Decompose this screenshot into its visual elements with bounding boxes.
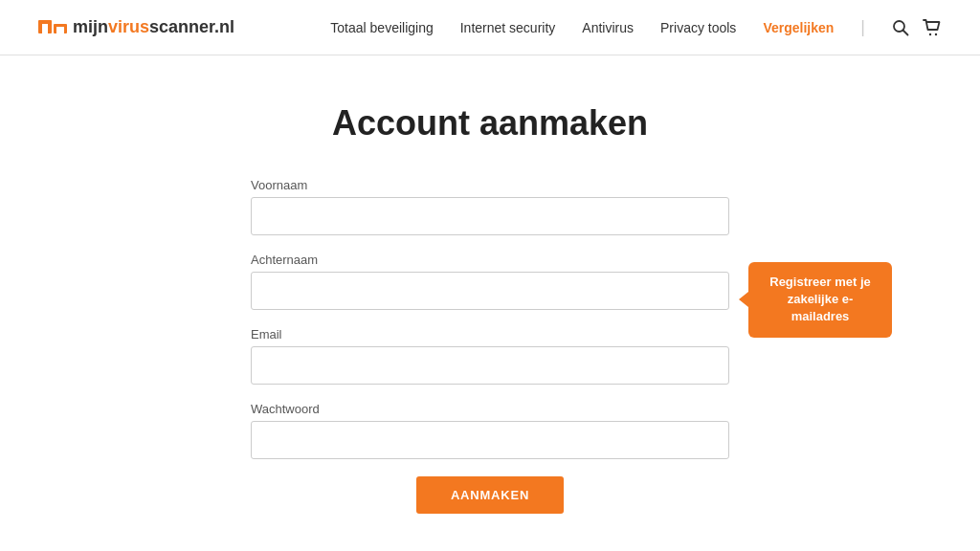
svg-point-8 xyxy=(935,33,937,34)
voornaam-input[interactable] xyxy=(251,197,729,235)
nav-antivirus[interactable]: Antivirus xyxy=(582,20,634,35)
nav-totaal-beveiliging[interactable]: Totaal beveiliging xyxy=(330,20,433,35)
main-content: Account aanmaken Voornaam Achternaam Ema… xyxy=(0,55,980,514)
email-label: Email xyxy=(251,327,729,342)
wachtwoord-input[interactable] xyxy=(251,421,729,459)
registration-form-container: Voornaam Achternaam Email Wachtwoord AAN… xyxy=(251,178,729,514)
nav-privacy-tools[interactable]: Privacy tools xyxy=(660,20,736,35)
logo-text: mijnvirusscanner.nl xyxy=(73,17,234,37)
submit-button[interactable]: AANMAKEN xyxy=(416,476,564,514)
nav-divider: | xyxy=(860,17,865,37)
cart-button[interactable] xyxy=(923,19,942,36)
email-input[interactable] xyxy=(251,346,729,385)
voornaam-group: Voornaam xyxy=(251,178,729,235)
logo-rest: scanner.nl xyxy=(149,17,234,36)
nav-internet-security[interactable]: Internet security xyxy=(460,20,556,35)
registration-form: Voornaam Achternaam Email Wachtwoord AAN… xyxy=(251,178,729,514)
achternaam-label: Achternaam xyxy=(251,253,729,267)
page-title: Account aanmaken xyxy=(332,103,648,143)
wachtwoord-label: Wachtwoord xyxy=(251,402,729,416)
svg-line-6 xyxy=(903,30,908,34)
email-group: Email xyxy=(251,327,729,385)
logo-virus: virus xyxy=(108,17,149,36)
svg-rect-2 xyxy=(42,24,48,29)
wachtwoord-group: Wachtwoord xyxy=(251,402,729,459)
main-nav: Totaal beveiliging Internet security Ant… xyxy=(330,17,942,37)
cart-icon xyxy=(923,19,942,36)
svg-point-7 xyxy=(929,33,931,34)
voornaam-label: Voornaam xyxy=(251,178,729,192)
logo-icon xyxy=(38,14,67,41)
svg-rect-4 xyxy=(56,27,64,33)
logo-mijn: mijn xyxy=(73,17,108,36)
search-button[interactable] xyxy=(892,19,909,36)
search-icon xyxy=(892,19,909,36)
achternaam-group: Achternaam xyxy=(251,253,729,310)
achternaam-input[interactable] xyxy=(251,272,729,310)
site-logo[interactable]: mijnvirusscanner.nl xyxy=(38,14,234,41)
site-header: mijnvirusscanner.nl Totaal beveiliging I… xyxy=(0,0,980,55)
nav-vergelijken[interactable]: Vergelijken xyxy=(763,20,834,35)
nav-icons xyxy=(892,19,942,36)
tooltip-bubble: Registreer met je zakelijke e-mailadres xyxy=(748,262,892,338)
